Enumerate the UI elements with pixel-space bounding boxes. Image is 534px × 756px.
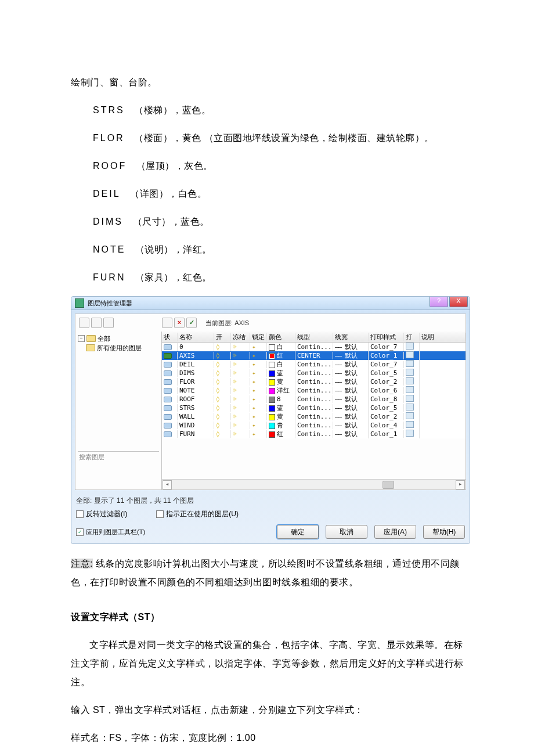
filter-tree[interactable]: −全部 所有使用的图层 搜索图层 [75, 332, 162, 489]
lightbulb-icon[interactable]: ◊ [214, 395, 231, 403]
padlock-icon[interactable]: ✦ [250, 352, 267, 359]
in-use-checkbox[interactable]: 指示正在使用的图层(U) [156, 509, 239, 519]
ok-button[interactable]: 确定 [277, 525, 319, 539]
layer-row[interactable]: 0◊☼✦白Contin...默认Color_7 [162, 343, 466, 351]
padlock-icon[interactable]: ✦ [250, 430, 267, 438]
new-filter-icon[interactable] [79, 318, 89, 328]
color-swatch[interactable] [269, 353, 275, 359]
sun-icon[interactable]: ☼ [231, 387, 250, 394]
padlock-icon[interactable]: ✦ [250, 378, 267, 386]
text-style-instruction: 输入 ST，弹出文字样式对话框，点击新建，分别建立下列文字样式： [71, 701, 470, 719]
color-swatch[interactable] [269, 388, 275, 394]
padlock-icon[interactable]: ✦ [250, 369, 267, 377]
app-icon [75, 298, 84, 308]
color-swatch[interactable] [269, 423, 275, 429]
lightbulb-icon[interactable]: ◊ [214, 387, 231, 394]
help-button[interactable]: 帮助(H) [423, 525, 465, 539]
titlebar-help-button[interactable]: ? [430, 297, 448, 307]
lightbulb-icon[interactable]: ◊ [214, 430, 231, 438]
padlock-icon[interactable]: ✦ [250, 404, 267, 412]
layer-properties-dialog: 图层特性管理器 ? X × ✓ 当前图层: AXIS [71, 296, 470, 544]
sun-icon[interactable]: ☼ [231, 422, 250, 429]
lightbulb-icon[interactable]: ◊ [214, 378, 231, 386]
lightbulb-icon[interactable]: ◊ [214, 413, 231, 420]
sun-icon[interactable]: ☼ [231, 361, 250, 368]
apply-toolbar-checkbox[interactable]: ✓应用到图层工具栏(T) [76, 525, 145, 539]
padlock-icon[interactable]: ✦ [250, 395, 267, 403]
printer-icon[interactable] [406, 360, 414, 367]
tree-all-used[interactable]: 所有使用的图层 [78, 343, 159, 352]
delete-layer-icon[interactable]: × [174, 318, 185, 328]
horizontal-scrollbar[interactable]: ◂▸ [162, 479, 466, 489]
cancel-button[interactable]: 取消 [326, 525, 367, 539]
printer-icon[interactable] [406, 395, 414, 402]
printer-icon[interactable] [406, 421, 414, 428]
sun-icon[interactable]: ☼ [231, 430, 250, 438]
apply-button[interactable]: 应用(A) [374, 525, 416, 539]
layer-row[interactable]: FURN◊☼✦红Contin...默认Color_1 [162, 430, 466, 438]
printer-icon[interactable] [406, 351, 414, 358]
color-swatch[interactable] [269, 370, 275, 377]
layer-icon [164, 379, 172, 385]
printer-icon[interactable] [406, 404, 414, 411]
color-swatch[interactable] [269, 405, 275, 412]
lightbulb-icon[interactable]: ◊ [214, 404, 231, 412]
padlock-icon[interactable]: ✦ [250, 343, 267, 351]
layer-grid[interactable]: 状 名称 开 冻结 锁定 颜色 线型 线宽 打印样式 打 说明 0◊☼ [162, 332, 466, 489]
color-swatch[interactable] [269, 379, 275, 386]
padlock-icon[interactable]: ✦ [250, 413, 267, 420]
layer-row[interactable]: DIMS◊☼✦蓝Contin...默认Color_5 [162, 369, 466, 377]
sun-icon[interactable]: ☼ [231, 395, 250, 403]
layer-definition-line: NOTE （说明），洋红。 [71, 240, 470, 259]
printer-icon[interactable] [406, 377, 414, 384]
sun-icon[interactable]: ☼ [231, 369, 250, 377]
titlebar-close-button[interactable]: X [449, 297, 468, 307]
padlock-icon[interactable]: ✦ [250, 422, 267, 429]
sun-icon[interactable]: ☼ [231, 404, 250, 412]
grid-header[interactable]: 状 名称 开 冻结 锁定 颜色 线型 线宽 打印样式 打 说明 [162, 332, 466, 343]
layer-row[interactable]: ROOF◊☼✦8Contin...默认Color_8 [162, 395, 466, 404]
lightbulb-icon[interactable]: ◊ [214, 422, 231, 429]
printer-icon[interactable] [406, 430, 414, 437]
lightbulb-icon[interactable]: ◊ [214, 369, 231, 377]
new-layer-icon[interactable] [162, 318, 172, 328]
layer-icon [164, 388, 172, 394]
padlock-icon[interactable]: ✦ [250, 387, 267, 394]
layer-row[interactable]: AXIS◊☼✦红CENTER默认Color_1 [162, 351, 466, 360]
sun-icon[interactable]: ☼ [231, 352, 250, 359]
invert-filter-checkbox[interactable]: 反转过滤器(I) [76, 509, 127, 519]
layer-row[interactable]: FLOR◊☼✦黄Contin...默认Color_2 [162, 377, 466, 386]
new-group-icon[interactable] [91, 318, 102, 328]
sun-icon[interactable]: ☼ [231, 343, 250, 351]
printer-icon[interactable] [406, 369, 414, 376]
search-layer-input[interactable]: 搜索图层 [78, 451, 159, 463]
lightbulb-icon[interactable]: ◊ [214, 352, 231, 359]
printer-icon[interactable] [406, 343, 414, 350]
padlock-icon[interactable]: ✦ [250, 361, 267, 368]
color-swatch[interactable] [269, 397, 275, 403]
color-swatch[interactable] [269, 362, 275, 368]
states-icon[interactable] [103, 318, 114, 328]
layer-row[interactable]: STRS◊☼✦蓝Contin...默认Color_5 [162, 404, 466, 412]
sun-icon[interactable]: ☼ [231, 378, 250, 386]
color-swatch[interactable] [269, 414, 275, 420]
layer-icon [164, 405, 172, 411]
color-swatch[interactable] [269, 344, 275, 351]
tree-root[interactable]: −全部 [78, 334, 159, 343]
printer-icon[interactable] [406, 386, 414, 393]
layer-row[interactable]: NOTE◊☼✦洋红Contin...默认Color_6 [162, 386, 466, 395]
layer-icon [164, 431, 172, 437]
layer-row[interactable]: WIND◊☼✦青Contin...默认Color_4 [162, 421, 466, 430]
titlebar[interactable]: 图层特性管理器 ? X [71, 297, 470, 310]
lightbulb-icon[interactable]: ◊ [214, 343, 231, 351]
layer-row[interactable]: WALL◊☼✦黄Contin...默认Color_2 [162, 412, 466, 421]
layer-icon [164, 423, 172, 429]
color-swatch[interactable] [269, 431, 275, 438]
layer-definition-line: STRS （楼梯），蓝色。 [71, 101, 470, 120]
lightbulb-icon[interactable]: ◊ [214, 361, 231, 368]
layer-row[interactable]: DEIL◊☼✦白Contin...默认Color_7 [162, 360, 466, 369]
set-current-icon[interactable]: ✓ [186, 318, 197, 328]
printer-icon[interactable] [406, 412, 414, 419]
layer-icon [164, 370, 172, 376]
sun-icon[interactable]: ☼ [231, 413, 250, 420]
